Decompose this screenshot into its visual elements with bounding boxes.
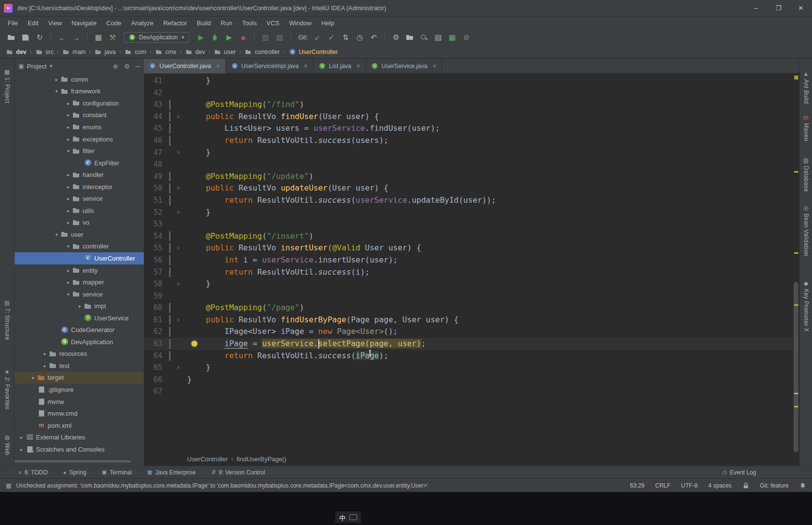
- breadcrumb-src[interactable]: src: [35, 48, 54, 56]
- tool-stripe-Web[interactable]: ◍Web: [0, 434, 14, 455]
- tree-toggle-icon[interactable]: ▸: [64, 137, 72, 142]
- search-everywhere-icon[interactable]: [417, 32, 431, 43]
- breadcrumb-UserController[interactable]: UserController: [289, 48, 338, 56]
- code-line-53[interactable]: 53: [144, 218, 793, 230]
- tree-item-interceptor[interactable]: ▸interceptor: [15, 181, 144, 193]
- tree-item-service[interactable]: ▸service: [15, 192, 144, 205]
- tree-toggle-icon[interactable]: ▾: [52, 232, 61, 237]
- menu-edit[interactable]: Edit: [23, 17, 43, 30]
- tree-item-target[interactable]: ▸target: [15, 372, 144, 384]
- tree-toggle-icon[interactable]: ▸: [64, 208, 72, 213]
- code-line-62[interactable]: 62 IPage<User> iPage = new Page<User>();: [144, 326, 793, 338]
- git-push-icon[interactable]: ⇅: [339, 32, 352, 43]
- tree-item-impl[interactable]: ▸impl: [15, 300, 144, 312]
- maximize-button[interactable]: ❐: [767, 0, 790, 16]
- tree-item-pom.xml[interactable]: pom.xml: [15, 420, 144, 432]
- attach-icon[interactable]: ▥: [259, 32, 272, 43]
- code-line-45[interactable]: 45 List<User> users = userService.findUs…: [144, 122, 793, 135]
- tool-stripe-Key Promoter X[interactable]: ◆Key Promoter X: [800, 280, 812, 332]
- tree-toggle-icon[interactable]: ▾: [64, 148, 72, 154]
- tree-item-mvnw[interactable]: mvnw: [15, 396, 144, 408]
- tree-item-mvnw.cmd[interactable]: mvnw.cmd: [15, 407, 144, 420]
- tree-item-mapper[interactable]: ▸mapper: [15, 276, 144, 288]
- tree-item-CodeGenerator[interactable]: CodeGenerator: [15, 324, 144, 336]
- breadcrumb-com[interactable]: com: [124, 48, 146, 56]
- git-branch[interactable]: Git: feature: [760, 482, 789, 489]
- code-line-46[interactable]: 46 return ResultVoUtil.success(users);: [144, 135, 793, 147]
- code-line-64[interactable]: 64 return ResultVoUtil.success(iPage);: [144, 350, 793, 362]
- debug-icon[interactable]: [208, 32, 222, 43]
- tool-stripe-Database[interactable]: ▤Database: [800, 157, 812, 192]
- tool-stripe-7: Structure[interactable]: ▤7: Structure: [0, 299, 14, 340]
- toolwindow-button-6: TODO[interactable]: ≡6: TODO: [18, 469, 48, 476]
- menu-code[interactable]: Code: [102, 17, 126, 30]
- tab-UserService.java[interactable]: UserService.java✕: [366, 59, 442, 73]
- breadcrumb-cmx[interactable]: cmx: [155, 48, 176, 56]
- analysis-mark[interactable]: [794, 252, 798, 254]
- line-ending[interactable]: CRLF: [655, 482, 670, 489]
- tree-toggle-icon[interactable]: ▸: [64, 184, 72, 190]
- menu-view[interactable]: View: [43, 17, 67, 30]
- no-entry-icon[interactable]: ⊘: [460, 32, 473, 43]
- tree-item-constant[interactable]: ▸constant: [15, 109, 144, 122]
- tab-List.java[interactable]: List.java✕: [313, 59, 366, 73]
- menu-run[interactable]: Run: [216, 17, 237, 30]
- menu-refactor[interactable]: Refactor: [158, 17, 192, 30]
- git-rollback-icon[interactable]: ↶: [367, 32, 380, 43]
- code-line-67[interactable]: 67: [144, 385, 793, 398]
- tree-item-enums[interactable]: ▸enums: [15, 121, 144, 133]
- tree-item-UserController[interactable]: UserController: [15, 252, 144, 264]
- ime-indicator[interactable]: 中: [335, 511, 361, 523]
- code-line-47[interactable]: 47∧ }: [144, 147, 793, 159]
- editor-crumb-findUserByPage()[interactable]: findUserByPage(): [237, 455, 287, 463]
- coverage-icon[interactable]: ▶: [223, 32, 236, 43]
- tree-toggle-icon[interactable]: ▸: [41, 363, 49, 368]
- code-line-44[interactable]: 44∨ public ResultVo findUser(User user) …: [144, 111, 793, 123]
- toolwindow-switcher-icon[interactable]: ▦: [6, 482, 11, 489]
- tree-toggle-icon[interactable]: ▾: [64, 244, 72, 249]
- tree-item-handler[interactable]: ▸handler: [15, 169, 144, 181]
- tree-toggle-icon[interactable]: ▸: [76, 303, 84, 309]
- layout-icon[interactable]: ▤: [432, 32, 445, 43]
- project-settings-icon[interactable]: [403, 32, 416, 43]
- breadcrumb-java[interactable]: java: [94, 48, 116, 56]
- code-line-50[interactable]: 50∨ public ResultVo updateUser(User user…: [144, 182, 793, 194]
- code-line-42[interactable]: 42: [144, 87, 793, 99]
- settings-wrench-icon[interactable]: ⚙: [389, 32, 402, 43]
- tree-toggle-icon[interactable]: ▸: [17, 447, 26, 452]
- open-project-icon[interactable]: [5, 32, 18, 43]
- tree-toggle-icon[interactable]: ▸: [64, 220, 72, 225]
- editor-crumb-UserController[interactable]: UserController: [187, 455, 228, 463]
- close-tab-icon[interactable]: ✕: [432, 63, 436, 70]
- caret-position[interactable]: 63:29: [630, 482, 644, 489]
- code-line-55[interactable]: 55∨ public ResultVo insertUser(@Valid Us…: [144, 242, 793, 254]
- tree-toggle-icon[interactable]: ▾: [52, 88, 61, 94]
- tree-toggle-icon[interactable]: ▸: [64, 172, 72, 177]
- tree-horizontal-scrollbar[interactable]: [15, 460, 131, 462]
- locate-file-icon[interactable]: ⊕: [113, 63, 118, 70]
- analysis-mark[interactable]: [794, 171, 798, 173]
- code-editor[interactable]: 41 }4243 @PostMapping("/find")44∨ public…: [144, 73, 793, 452]
- breadcrumb-user[interactable]: user: [214, 48, 236, 56]
- menu-window[interactable]: Window: [284, 17, 316, 30]
- project-structure-icon[interactable]: ▦: [92, 32, 105, 43]
- settings-gear-icon[interactable]: ⚙: [124, 63, 130, 70]
- tool-stripe-Ant Build[interactable]: ▲Ant Build: [800, 70, 812, 104]
- tree-item-comm[interactable]: ▸comm: [15, 73, 144, 86]
- code-line-61[interactable]: 61∨ public ResultVo findUserByPage(Page …: [144, 314, 793, 326]
- breadcrumb-dev[interactable]: dev: [6, 48, 27, 56]
- tool-stripe-Bean Validation[interactable]: ◎Bean Validation: [800, 205, 812, 256]
- tree-toggle-icon[interactable]: ▾: [64, 292, 72, 297]
- code-line-59[interactable]: 59: [144, 290, 793, 302]
- tree-item-External Libraries[interactable]: ▸External Libraries: [15, 431, 144, 443]
- tree-toggle-icon[interactable]: ▸: [64, 112, 72, 118]
- save-all-icon[interactable]: [19, 32, 32, 43]
- tool-stripe-Maven[interactable]: mMaven: [800, 114, 812, 141]
- tree-item-service[interactable]: ▾service: [15, 288, 144, 300]
- status-message[interactable]: Unchecked assignment: 'com.baomidou.myba…: [16, 482, 619, 489]
- toolwindow-button-9: Version Control[interactable]: ⇵9: Version Control: [211, 469, 265, 476]
- chevron-down-icon[interactable]: ▼: [49, 64, 53, 69]
- tree-toggle-icon[interactable]: ▸: [64, 101, 72, 106]
- code-line-63[interactable]: 63 iPage = userService.selectPage(page, …: [144, 338, 793, 350]
- tree-item-resources[interactable]: ▸resources: [15, 348, 144, 360]
